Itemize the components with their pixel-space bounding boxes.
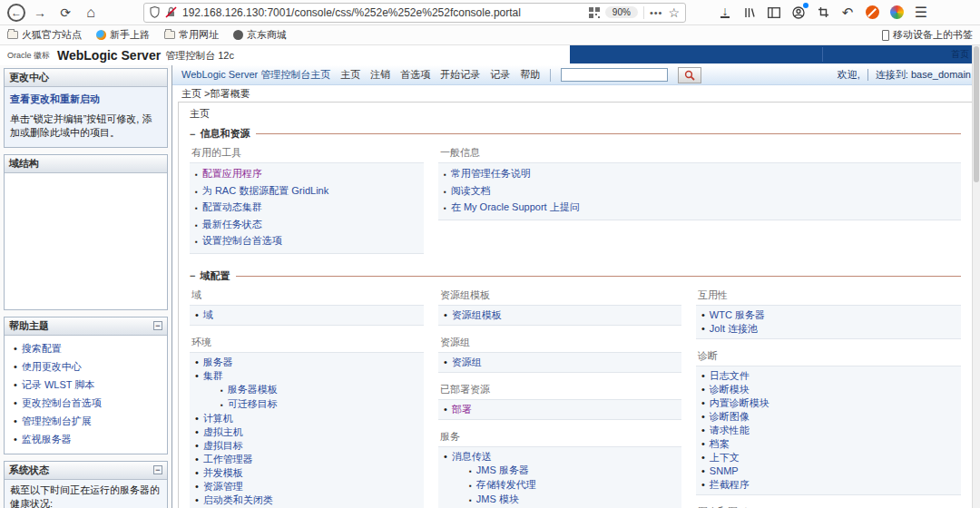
list-item: •域 (195, 308, 418, 322)
list-item: •资源组 (444, 356, 676, 369)
toolbar-link-记录[interactable]: 记录 (490, 68, 510, 82)
toolbar-link-主页[interactable]: 主页 (340, 68, 360, 82)
item-link[interactable]: 域 (203, 308, 213, 322)
item-link[interactable]: 计算机 (203, 412, 233, 425)
bookmark-label: 新手上路 (110, 28, 150, 42)
collapse-dash-icon[interactable]: − (190, 270, 195, 281)
item-link[interactable]: 配置应用程序 (202, 166, 262, 182)
item-link[interactable]: 虚拟主机 (203, 425, 243, 439)
list-item: •启动类和关闭类 (195, 493, 418, 507)
item-link[interactable]: 诊断图像 (710, 410, 750, 424)
group-label: 域 (190, 288, 424, 305)
item-link[interactable]: JMS 模块 (476, 493, 519, 506)
item-link[interactable]: 服务器 (203, 356, 233, 369)
item-link[interactable]: 诊断模块 (710, 383, 750, 396)
bookmark-item[interactable]: 常用网址 (164, 28, 219, 42)
item-link[interactable]: SNMP (710, 464, 739, 478)
search-input[interactable] (561, 68, 668, 82)
bullet-icon: • (701, 308, 705, 322)
bookmark-item[interactable]: 京东商城 (233, 28, 287, 42)
item-link[interactable]: 内置诊断模块 (710, 396, 769, 410)
item-link[interactable]: 集群 (203, 369, 223, 383)
page-scrollbar[interactable] (972, 45, 980, 508)
home-button[interactable]: ⌂ (80, 3, 102, 23)
item-link[interactable]: JMS 服务器 (476, 464, 529, 477)
item-link[interactable]: 工作管理器 (203, 453, 253, 466)
item-link[interactable]: 服务器模板 (228, 383, 278, 396)
collapse-dash-icon[interactable]: − (190, 129, 195, 140)
mobile-bookmarks[interactable]: 移动设备上的书签 (882, 28, 973, 42)
toolbar-link-开始记录[interactable]: 开始记录 (440, 68, 480, 82)
mobile-bookmarks-label: 移动设备上的书签 (893, 28, 973, 42)
qr-icon[interactable] (589, 7, 600, 18)
help-topic-link[interactable]: 使用更改中心 (22, 360, 82, 374)
collapse-icon[interactable]: − (153, 465, 162, 474)
forward-button[interactable]: → (29, 3, 51, 23)
url-bar[interactable]: 192.168.126.130:7001/console/css/%252e%2… (143, 3, 686, 23)
item-link[interactable]: 并发模板 (203, 466, 243, 480)
sidebar-toggle-icon[interactable] (766, 5, 782, 21)
help-topic-link[interactable]: 记录 WLST 脚本 (22, 378, 94, 392)
item-link[interactable]: 档案 (710, 437, 730, 451)
help-topic-link[interactable]: 监视服务器 (22, 433, 72, 446)
group-label: 图表和图形 (696, 504, 961, 508)
reload-button[interactable]: ⟳ (54, 3, 76, 23)
back-button[interactable]: ← (7, 4, 25, 22)
item-link[interactable]: 资源管理 (203, 480, 243, 493)
item-link[interactable]: 资源组 (452, 356, 482, 369)
item-link[interactable]: 部署 (452, 403, 472, 416)
undo-icon[interactable]: ↶ (839, 5, 856, 21)
item-link[interactable]: 资源组模板 (452, 308, 502, 322)
item-link[interactable]: Jolt 连接池 (710, 322, 758, 336)
collapse-icon[interactable]: − (153, 321, 162, 330)
page-title: 主页 (190, 107, 961, 121)
item-link[interactable]: 常用管理任务说明 (451, 166, 531, 182)
bookmark-item[interactable]: 火狐官方站点 (7, 28, 82, 42)
breadcrumb[interactable]: 主页 >部署概要 (172, 85, 980, 101)
item-link[interactable]: 日志文件 (710, 369, 750, 383)
view-changes-restarts-link[interactable]: 查看更改和重新启动 (10, 93, 162, 106)
blocker-icon[interactable] (864, 5, 880, 21)
item-link[interactable]: 最新任务状态 (202, 217, 262, 233)
item-link[interactable]: 上下文 (710, 451, 740, 464)
insecure-lock-icon[interactable] (165, 6, 177, 18)
domain-structure-tree[interactable] (5, 173, 167, 309)
item-link[interactable]: 存储转发代理 (476, 478, 536, 492)
library-icon[interactable] (741, 5, 758, 21)
item-link[interactable]: 可迁移目标 (228, 397, 278, 411)
item-link[interactable]: 在 My Oracle Support 上提问 (451, 200, 580, 216)
shield-icon[interactable] (150, 6, 160, 18)
item-link[interactable]: 虚拟目标 (203, 439, 243, 453)
item-link[interactable]: 为 RAC 数据源配置 GridLink (202, 183, 328, 200)
item-link[interactable]: 请求性能 (710, 424, 750, 437)
url-text[interactable]: 192.168.126.130:7001/console/css/%252e%2… (182, 6, 583, 19)
item-link[interactable]: 设置控制台首选项 (202, 233, 282, 249)
toolbar-link-注销[interactable]: 注销 (370, 68, 390, 82)
toolbar-link-首选项[interactable]: 首选项 (400, 68, 430, 82)
item-link[interactable]: 配置动态集群 (202, 200, 262, 216)
bullet-icon: • (444, 308, 447, 322)
extension-color-icon[interactable] (888, 5, 905, 21)
help-topic-link[interactable]: 管理控制台扩展 (22, 415, 92, 428)
menu-icon[interactable]: ☰ (913, 5, 929, 21)
bullet-icon: • (195, 369, 199, 383)
zoom-level-badge[interactable]: 90% (605, 6, 638, 18)
downloads-icon[interactable]: ↓ (717, 5, 733, 21)
item-link[interactable]: WTC 服务器 (710, 308, 765, 322)
page-actions-icon[interactable]: ••• (650, 7, 663, 18)
help-topic-link[interactable]: 更改控制台首选项 (22, 396, 102, 410)
item-link[interactable]: 消息传送 (452, 450, 492, 464)
screenshot-icon[interactable] (815, 5, 831, 21)
item-link[interactable]: 阅读文档 (451, 183, 491, 200)
help-topic-link[interactable]: 搜索配置 (22, 342, 62, 356)
search-button[interactable] (678, 67, 701, 83)
section-rule (256, 133, 961, 134)
toolbar-link-帮助[interactable]: 帮助 (520, 68, 540, 82)
item-link[interactable]: 启动类和关闭类 (203, 493, 273, 507)
bookmark-star-icon[interactable]: ☆ (668, 5, 680, 20)
account-icon[interactable] (790, 5, 807, 21)
scrollbar-thumb[interactable] (974, 46, 979, 182)
item-link[interactable]: 拦截程序 (710, 478, 750, 492)
bookmark-item[interactable]: 新手上路 (96, 28, 150, 42)
help-topics-title: 帮助主题 (9, 319, 49, 333)
